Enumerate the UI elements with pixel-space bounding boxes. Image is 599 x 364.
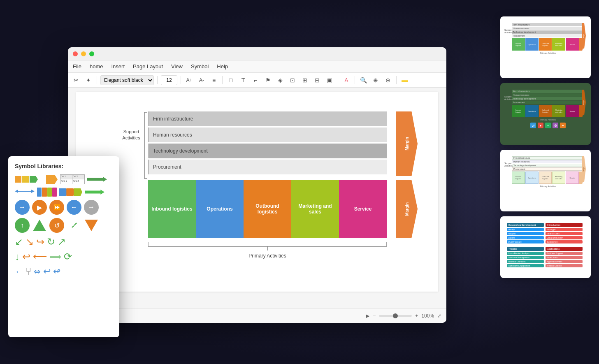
turn-arrow-orange[interactable]: ↪	[36, 236, 44, 248]
play-circle-orange[interactable]: ▶	[32, 200, 47, 215]
toolbar-sep-2	[157, 76, 158, 84]
thumbnail-2-inner: SupportActivities Firm infrastructure Hu…	[504, 87, 587, 141]
paint-tool[interactable]: A	[341, 75, 351, 85]
menu-help[interactable]: Help	[217, 63, 228, 70]
toolbar-sep-6	[355, 76, 355, 84]
curve-arrow-orange[interactable]: ↘	[26, 236, 34, 248]
toolbar-sep-4	[222, 76, 223, 84]
primary-cell-operations: Operations	[196, 180, 244, 238]
rect-tool[interactable]: □	[226, 75, 236, 85]
primary-cell-outbound: Outbound logistics	[244, 180, 291, 238]
close-button[interactable]	[73, 51, 78, 56]
align-button[interactable]: ≡	[209, 75, 219, 85]
double-arrow-right[interactable]: ⏩	[49, 200, 64, 215]
crop-tool[interactable]: ⊡	[288, 75, 297, 85]
menu-file[interactable]: File	[73, 63, 81, 70]
font-size-input[interactable]	[161, 75, 177, 85]
corner-tool[interactable]: ⌐	[251, 75, 260, 85]
primary-cell-service: Service	[339, 180, 387, 238]
curl-arrow-orange[interactable]: ↩	[22, 251, 30, 262]
double-ended-orange[interactable]: ⟵	[33, 251, 47, 262]
menu-insert[interactable]: Insert	[111, 63, 125, 70]
colored-table-symbol[interactable]	[37, 188, 57, 197]
play-icon[interactable]: ▶	[366, 313, 369, 319]
canvas-area[interactable]: Support Activities Firm infrastructure H…	[68, 88, 446, 308]
thumbnail-3[interactable]: SupportActivities Firm infrastructure Hu…	[500, 150, 591, 211]
chevron-symbol[interactable]	[46, 175, 58, 184]
menu-page-layout[interactable]: Page Layout	[133, 63, 163, 70]
arrow-up-right-green[interactable]: ↗	[58, 236, 66, 248]
support-row-hr: Human resources	[148, 128, 387, 142]
fit-page-icon[interactable]: ⤢	[437, 313, 441, 319]
zoom-plus-icon[interactable]: +	[415, 313, 418, 319]
layers-tool[interactable]: ◈	[275, 75, 285, 85]
menu-home[interactable]: home	[90, 63, 103, 70]
vc-mini-1: SupportActivities Firm infrastructure Hu…	[504, 21, 587, 72]
highlight-tool[interactable]: ▬	[400, 75, 410, 85]
text-tool[interactable]: T	[238, 75, 248, 85]
primary-activities-label: Primary Activities	[148, 253, 387, 259]
magic-wand-button[interactable]: ✦	[84, 75, 93, 85]
page-footer: Page-1 + ▶ − + 100% ⤢	[68, 308, 446, 323]
zoom-slider[interactable]	[379, 315, 412, 317]
loop-blue[interactable]: ↫	[53, 266, 60, 277]
minimize-button[interactable]	[81, 51, 86, 56]
zoom-in-button[interactable]: 🔍	[358, 75, 368, 85]
fork-gray[interactable]: ⑂	[26, 266, 31, 277]
reflect-tool[interactable]: ⊟	[312, 75, 322, 85]
menu-bar: File home Insert Page Layout View Symbol…	[68, 60, 446, 73]
cut-button[interactable]: ✂	[71, 75, 81, 85]
font-decrease-button[interactable]: A-	[197, 75, 207, 85]
thumbnail-1[interactable]: SupportActivities Firm infrastructure Hu…	[500, 16, 591, 78]
down-arrow-green[interactable]: ↓	[15, 251, 20, 262]
hook-arrow-green[interactable]: ↻	[47, 236, 55, 248]
menu-symbol[interactable]: Symbol	[191, 63, 209, 70]
return-blue[interactable]: ↩	[43, 266, 51, 277]
diagonal-slash-green[interactable]: ⟋	[67, 218, 81, 233]
thumbnail-2[interactable]: SupportActivities Firm infrastructure Hu…	[500, 83, 591, 145]
arrow-down-left-green[interactable]: ↙	[15, 236, 23, 248]
triangle-up-green[interactable]	[32, 218, 47, 233]
symbol-libraries-panel: Symbol Libraries: Col 1 Col 2 Row 1 Row …	[8, 156, 119, 337]
support-row-tech: Technology development	[148, 144, 387, 158]
thumbnail-1-inner: SupportActivities Firm infrastructure Hu…	[504, 21, 587, 74]
flag-tool[interactable]: ⚑	[263, 75, 273, 85]
font-selector[interactable]: Elegant soft black	[100, 75, 154, 85]
zoom-thumb	[393, 313, 398, 318]
zoom-minus-icon[interactable]: −	[373, 313, 376, 319]
toolbar-sep-7	[396, 76, 397, 84]
menu-view[interactable]: View	[171, 63, 183, 70]
main-editor-window: File home Insert Page Layout View Symbol…	[68, 47, 446, 323]
table-symbol[interactable]: Col 1 Col 2 Row 1 Row 2	[60, 174, 85, 184]
align-v-tool[interactable]: ⊞	[300, 75, 310, 85]
green-long-arrow-symbol[interactable]	[85, 190, 104, 195]
refresh-orange[interactable]: ↺	[49, 218, 64, 233]
footer-right: ▶ − + 100% ⤢	[366, 313, 441, 319]
circle-arrow-right[interactable]: →	[15, 200, 30, 215]
circle-up-green[interactable]: ↑	[15, 218, 30, 233]
colored-chevrons-symbol[interactable]	[59, 188, 82, 196]
support-activities-label: Support Activities	[117, 129, 145, 141]
support-row-firm: Firm infrastructure	[148, 111, 387, 126]
left-arrow-blue[interactable]: ←	[15, 267, 23, 276]
process-arrow-symbol[interactable]	[15, 174, 44, 184]
exchange-blue[interactable]: ⇔	[34, 267, 41, 276]
circle-arrow-gray[interactable]: →	[84, 200, 99, 215]
font-increase-button[interactable]: A+	[184, 75, 194, 85]
title-bar	[68, 47, 446, 60]
zoom-minus-button[interactable]: ⊖	[383, 75, 393, 85]
maximize-button[interactable]	[89, 51, 94, 56]
symbol-row-6: ↓ ↩ ⟵ ⟹ ⟳	[15, 251, 113, 262]
toolbar-sep-5	[338, 76, 338, 84]
circle-arrow-left[interactable]: ←	[67, 200, 81, 215]
triple-arrow-green[interactable]: ⟹	[49, 252, 61, 262]
svg-marker-2	[31, 190, 35, 193]
triangle-down-orange[interactable]	[84, 218, 99, 233]
support-rows-container: Firm infrastructure Human resources Tech…	[148, 111, 387, 174]
circle-arrow-green[interactable]: ⟳	[64, 251, 72, 262]
zoom-rect-button[interactable]: ⊕	[371, 75, 381, 85]
thumbnail-4[interactable]: Research & Development Identify Analysis…	[500, 216, 591, 278]
line-arrow-symbol[interactable]	[15, 188, 35, 196]
long-arrow-symbol[interactable]	[87, 177, 107, 182]
rect2-tool[interactable]: ▣	[325, 75, 334, 85]
